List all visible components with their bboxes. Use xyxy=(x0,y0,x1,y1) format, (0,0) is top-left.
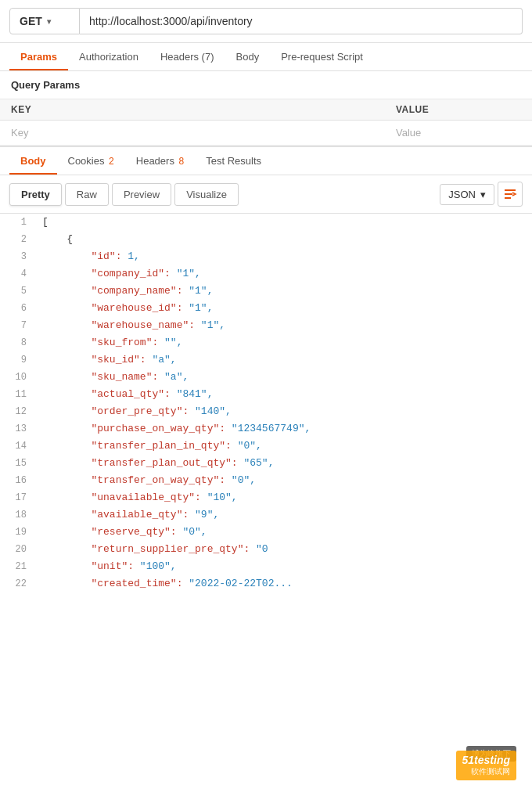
view-raw-button[interactable]: Raw xyxy=(65,183,109,206)
json-line: 10 "sku_name": "a", xyxy=(0,369,532,386)
top-tabs: Params Authorization Headers (7) Body Pr… xyxy=(0,43,532,71)
wrap-icon xyxy=(503,188,517,200)
line-number: 8 xyxy=(0,334,39,351)
line-content: "sku_from": "", xyxy=(39,334,532,351)
json-line: 15 "transfer_plan_out_qty": "65", xyxy=(0,455,532,472)
params-value-placeholder[interactable]: Value xyxy=(396,127,521,139)
response-tab-cookies[interactable]: Cookies 2 xyxy=(57,147,125,175)
json-line: 1[ xyxy=(0,214,532,231)
tab-params[interactable]: Params xyxy=(9,43,68,70)
json-line: 5 "company_name": "1", xyxy=(0,283,532,300)
json-line: 8 "sku_from": "", xyxy=(0,334,532,351)
view-preview-button[interactable]: Preview xyxy=(112,183,171,206)
line-content: "available_qty": "9", xyxy=(39,506,532,524)
json-content: 1[2 {3 "id": 1,4 "company_id": "1",5 "co… xyxy=(0,214,532,592)
json-line: 7 "warehouse_name": "1", xyxy=(0,317,532,334)
url-bar: GET ▾ xyxy=(0,0,532,43)
line-number: 17 xyxy=(0,489,39,506)
tab-pre-request[interactable]: Pre-request Script xyxy=(270,43,374,70)
line-content: "order_pre_qty": "140", xyxy=(39,403,532,420)
line-number: 21 xyxy=(0,558,39,575)
json-line: 22 "created_time": "2022-02-22T02... xyxy=(0,575,532,592)
line-content: "unit": "100", xyxy=(39,558,532,575)
response-tab-headers[interactable]: Headers 8 xyxy=(125,147,195,175)
tab-headers[interactable]: Headers (7) xyxy=(149,43,225,70)
wrap-button[interactable] xyxy=(498,182,523,207)
line-number: 12 xyxy=(0,403,39,420)
params-key-placeholder[interactable]: Key xyxy=(11,127,396,139)
line-content: "reserve_qty": "0", xyxy=(39,524,532,541)
method-selector[interactable]: GET ▾ xyxy=(9,8,80,34)
line-content: "actual_qty": "841", xyxy=(39,386,532,403)
line-number: 13 xyxy=(0,420,39,438)
json-line: 16 "transfer_on_way_qty": "0", xyxy=(0,472,532,489)
json-line: 9 "sku_id": "a", xyxy=(0,351,532,369)
params-value-header: VALUE xyxy=(396,104,521,115)
json-line: 11 "actual_qty": "841", xyxy=(0,386,532,403)
format-chevron-icon: ▾ xyxy=(480,189,486,200)
line-content: "id": 1, xyxy=(39,248,532,265)
line-content: [ xyxy=(39,214,532,231)
tab-body[interactable]: Body xyxy=(225,43,271,70)
format-label: JSON xyxy=(448,189,476,200)
method-label: GET xyxy=(20,15,42,27)
json-line: 12 "order_pre_qty": "140", xyxy=(0,403,532,420)
json-line: 19 "reserve_qty": "0", xyxy=(0,524,532,541)
line-number: 4 xyxy=(0,265,39,283)
json-line: 17 "unavailable_qty": "10", xyxy=(0,489,532,506)
response-tabs: Body Cookies 2 Headers 8 Test Results xyxy=(0,147,532,175)
response-tab-body[interactable]: Body xyxy=(9,147,57,175)
line-number: 14 xyxy=(0,438,39,455)
line-content: "transfer_plan_out_qty": "65", xyxy=(39,455,532,472)
line-number: 2 xyxy=(0,231,39,248)
json-line: 13 "purchase_on_way_qty": "1234567749", xyxy=(0,420,532,438)
line-content: "transfer_plan_in_qty": "0", xyxy=(39,438,532,455)
watermark-secondary: 博为峰旗下 xyxy=(466,746,516,762)
url-input[interactable] xyxy=(80,8,523,34)
line-content: "company_id": "1", xyxy=(39,265,532,283)
line-number: 20 xyxy=(0,541,39,558)
json-line: 14 "transfer_plan_in_qty": "0", xyxy=(0,438,532,455)
json-line: 4 "company_id": "1", xyxy=(0,265,532,283)
line-number: 5 xyxy=(0,283,39,300)
line-content: "transfer_on_way_qty": "0", xyxy=(39,472,532,489)
params-header: KEY VALUE xyxy=(0,99,532,121)
line-content: "warehouse_id": "1", xyxy=(39,300,532,317)
line-number: 22 xyxy=(0,575,39,592)
line-number: 10 xyxy=(0,369,39,386)
line-content: "sku_name": "a", xyxy=(39,369,532,386)
line-number: 1 xyxy=(0,214,39,231)
chevron-down-icon: ▾ xyxy=(47,17,51,26)
line-content: "purchase_on_way_qty": "1234567749", xyxy=(39,420,532,438)
params-empty-row: Key Value xyxy=(0,121,532,146)
format-selector[interactable]: JSON ▾ xyxy=(440,184,494,205)
line-number: 16 xyxy=(0,472,39,489)
line-number: 15 xyxy=(0,455,39,472)
line-number: 3 xyxy=(0,248,39,265)
query-params-label: Query Params xyxy=(0,71,532,99)
tab-authorization[interactable]: Authorization xyxy=(68,43,149,70)
line-content: "warehouse_name": "1", xyxy=(39,317,532,334)
body-toolbar: Pretty Raw Preview Visualize JSON ▾ xyxy=(0,175,532,214)
line-number: 6 xyxy=(0,300,39,317)
watermark-primary: 51testing 软件测试网 xyxy=(456,751,516,780)
json-line: 20 "return_supplier_pre_qty": "0 xyxy=(0,541,532,558)
line-content: "company_name": "1", xyxy=(39,283,532,300)
json-line: 18 "available_qty": "9", xyxy=(0,506,532,524)
response-tab-test-results[interactable]: Test Results xyxy=(195,147,272,175)
params-key-header: KEY xyxy=(11,104,396,115)
line-number: 11 xyxy=(0,386,39,403)
view-visualize-button[interactable]: Visualize xyxy=(174,183,239,206)
line-content: "unavailable_qty": "10", xyxy=(39,489,532,506)
line-content: "return_supplier_pre_qty": "0 xyxy=(39,541,532,558)
view-pretty-button[interactable]: Pretty xyxy=(9,183,62,206)
line-number: 7 xyxy=(0,317,39,334)
json-line: 21 "unit": "100", xyxy=(0,558,532,575)
line-number: 19 xyxy=(0,524,39,541)
line-content: "created_time": "2022-02-22T02... xyxy=(39,575,532,592)
line-number: 9 xyxy=(0,351,39,369)
json-line: 2 { xyxy=(0,231,532,248)
line-number: 18 xyxy=(0,506,39,524)
line-content: { xyxy=(39,231,532,248)
json-line: 3 "id": 1, xyxy=(0,248,532,265)
